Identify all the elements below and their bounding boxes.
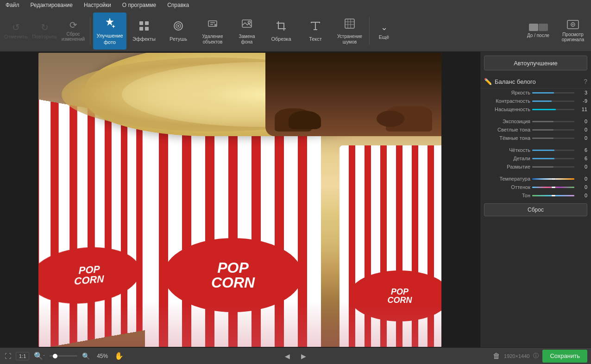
svg-rect-15 [345,19,354,28]
reset-sliders-button[interactable]: Сброс [484,203,587,216]
slider-label: Светлые тона [484,127,530,132]
zoom-thumb [53,354,57,358]
crop-icon [275,19,288,34]
enhance-button[interactable]: Улучшение фото [93,13,126,50]
slider-value: 0 [576,119,587,124]
slider-label: Насыщенность [484,107,530,112]
crop-button[interactable]: Обрезка [264,13,298,50]
reset-button[interactable]: ⟳ Сброс изменений [59,13,87,50]
slider-label: Тон [484,193,530,198]
menu-help[interactable]: Справка [165,1,191,9]
denoise-button[interactable]: Устранение шумов [333,13,366,50]
slider-value: 11 [576,107,587,112]
svg-point-11 [248,21,251,23]
slider-input[interactable] [532,193,574,198]
ratio-button[interactable]: 1:1 [16,352,29,360]
retouch-icon [172,19,185,34]
undo-label: Отменить [4,34,27,39]
bottom-bar: ⛶ 1:1 🔍- 🔍 45% ✋ ◀ ▶ 🗑 1920×1440 ⓘ Сохра… [0,347,591,364]
text-button[interactable]: Текст [299,13,332,50]
slider-label: Оттенок [484,184,530,190]
menu-edit[interactable]: Редактирование [29,1,75,9]
auto-enhance-button[interactable]: Автоулучшение [484,56,587,70]
replace-bg-label: Замена фона [239,34,255,45]
preview-icon [566,19,579,31]
zoom-in-button[interactable]: 🔍 [81,351,91,361]
slider-input[interactable] [532,164,574,169]
slider-input[interactable] [532,184,574,190]
slider-label: Температура [484,176,530,182]
menu-settings[interactable]: Настройки [82,1,113,9]
effects-button[interactable]: Эффекты [127,13,161,50]
enhance-icon [103,16,116,31]
more-button[interactable]: ⌄ Ещё [372,13,396,50]
denoise-label: Устранение шумов [337,34,362,45]
slider-input[interactable] [532,119,574,124]
slider-row-температура: Температура0 [480,175,591,183]
remove-objects-icon [206,17,219,32]
next-button[interactable]: ▶ [297,351,310,362]
slider-input[interactable] [532,98,574,104]
replace-bg-button[interactable]: Замена фона [230,13,264,50]
undo-icon: ↺ [12,23,20,32]
redo-icon: ↻ [41,23,49,32]
slider-dot [552,178,555,180]
more-label: Ещё [379,34,390,40]
slider-input[interactable] [532,156,574,161]
prev-button[interactable]: ◀ [281,351,294,362]
replace-bg-icon [240,17,253,32]
separator-2 [369,17,370,45]
undo-button[interactable]: ↺ Отменить [2,13,30,50]
slider-divider-7 [480,142,591,146]
white-balance-header: ✏️ Баланс белого ? [480,74,591,88]
slider-input[interactable] [532,127,574,132]
slider-divider-11 [480,171,591,175]
denoise-icon [343,17,356,32]
menu-about[interactable]: О программе [120,1,158,9]
slider-input[interactable] [532,107,574,112]
slider-row-светлые-тона: Светлые тона0 [480,126,591,134]
slider-row-экспозиция: Экспозиция0 [480,117,591,126]
save-button[interactable]: Сохранить [542,350,587,363]
before-after-button[interactable]: До / после [520,13,557,50]
svg-rect-0 [139,21,143,25]
zoom-level: 45% [94,353,111,359]
slider-divider-3 [480,113,591,117]
right-panel: Автоулучшение ✏️ Баланс белого ? Яркость… [480,52,591,347]
redo-button[interactable]: ↻ Повторить [31,13,58,50]
reset-icon: ⟳ [69,20,77,30]
slider-input[interactable] [532,147,574,153]
sliders-container: Яркость3Контрастность-9Насыщенность11Экс… [480,88,591,200]
edit-icon: ✏️ [484,78,492,85]
enhance-label: Улучшение фото [96,33,123,45]
nav-controls: ◀ ▶ [281,351,310,362]
info-button[interactable]: ⓘ [533,352,539,360]
fit-view-button[interactable]: ⛶ [4,351,12,361]
slider-input[interactable] [532,90,574,95]
menu-file[interactable]: Файл [4,1,21,9]
bottom-right: 🗑 1920×1440 ⓘ Сохранить [493,350,587,363]
redo-label: Повторить [32,34,57,39]
preview-button[interactable]: Просмотр оригинала [557,13,589,50]
slider-row-тон: Тон0 [480,191,591,200]
zoom-out-button[interactable]: 🔍- [33,351,45,361]
slider-value: 6 [576,147,587,153]
effects-icon [138,19,151,34]
slider-input[interactable] [532,176,574,182]
remove-objects-label: Удаление объектов [202,34,223,45]
zoom-slider[interactable] [50,355,77,357]
slider-label: Контрастность [484,98,530,104]
canvas-area[interactable]: POP CORN POP CORN POP CORN [0,52,480,347]
remove-objects-button[interactable]: Удаление объектов [196,13,229,50]
image-dimensions: 1920×1440 [504,353,529,359]
retouch-button[interactable]: Ретушь [162,13,195,50]
slider-row-размытие: Размытие0 [480,163,591,171]
delete-button[interactable]: 🗑 [493,352,500,360]
pan-tool-button[interactable]: ✋ [114,351,124,360]
help-button[interactable]: ? [584,78,587,85]
preview-label: Просмотр оригинала [557,32,589,42]
svg-point-6 [177,25,179,27]
bottom-left: ⛶ 1:1 🔍- 🔍 45% ✋ [4,351,489,361]
slider-row-контрастность: Контрастность-9 [480,97,591,105]
slider-input[interactable] [532,135,574,141]
